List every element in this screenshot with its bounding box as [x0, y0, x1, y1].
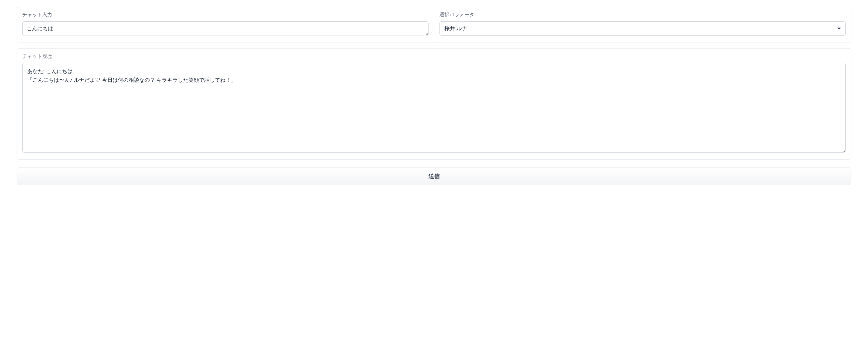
chat-input-label: チャット入力 — [22, 11, 429, 18]
chat-input-panel: チャット入力 — [17, 7, 434, 43]
chat-history-field[interactable] — [22, 63, 846, 152]
chat-history-panel: チャット履歴 — [17, 48, 851, 160]
chat-input-field[interactable] — [22, 21, 429, 36]
parameter-select-label: 選択パラメータ — [439, 11, 846, 18]
parameter-select-field[interactable]: 桜井 ルナ — [439, 21, 846, 35]
parameter-select-wrapper: 桜井 ルナ — [439, 21, 846, 35]
submit-button[interactable]: 送信 — [17, 168, 851, 185]
top-row: チャット入力 選択パラメータ 桜井 ルナ — [17, 7, 851, 43]
chat-history-label: チャット履歴 — [22, 53, 846, 59]
parameter-select-panel: 選択パラメータ 桜井 ルナ — [434, 7, 851, 43]
